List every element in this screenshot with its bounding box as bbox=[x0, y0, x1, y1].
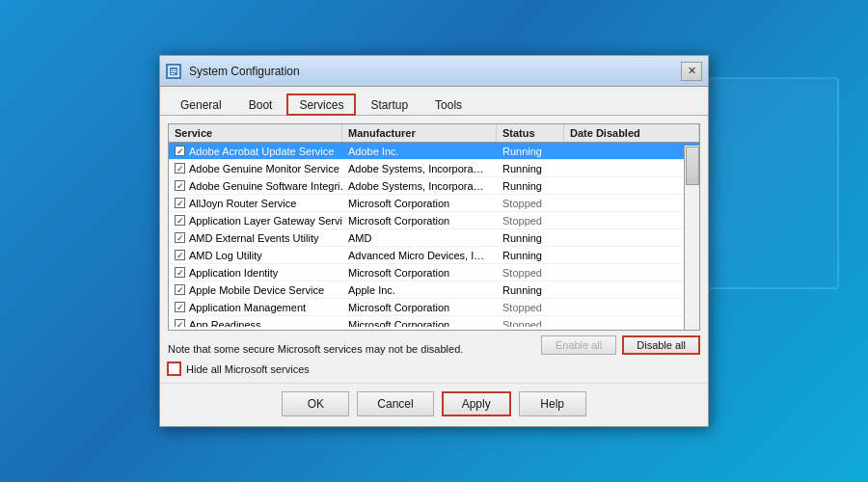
table-row[interactable]: ✓ Adobe Genuine Monitor Service Adobe Sy… bbox=[169, 160, 699, 177]
date-disabled-cell bbox=[564, 281, 699, 298]
service-name-cell: ✓ AllJoyn Router Service bbox=[169, 195, 342, 211]
status-cell: Stopped bbox=[497, 195, 564, 211]
table-row[interactable]: ✓ Apple Mobile Device Service Apple Inc.… bbox=[169, 281, 699, 299]
hide-ms-label: Hide all Microsoft services bbox=[186, 363, 310, 375]
service-checkbox[interactable]: ✓ bbox=[175, 319, 185, 327]
table-row[interactable]: ✓ Application Layer Gateway Service Micr… bbox=[169, 212, 699, 229]
table-row[interactable]: ✓ Adobe Genuine Software Integri… Adobe … bbox=[169, 177, 699, 195]
service-name: Adobe Genuine Monitor Service bbox=[189, 163, 339, 174]
service-name-cell: ✓ Apple Mobile Device Service bbox=[169, 281, 342, 298]
service-name: App Readiness bbox=[189, 319, 261, 328]
manufacturer-cell: Microsoft Corporation bbox=[342, 299, 497, 315]
date-disabled-cell bbox=[564, 195, 699, 211]
status-cell: Running bbox=[497, 143, 564, 159]
enable-all-button[interactable]: Enable all bbox=[541, 335, 616, 355]
date-disabled-cell bbox=[564, 143, 699, 159]
system-config-dialog: System Configuration ✕ General Boot Serv… bbox=[159, 55, 709, 427]
service-checkbox[interactable]: ✓ bbox=[175, 267, 185, 278]
service-checkbox[interactable]: ✓ bbox=[175, 146, 185, 156]
table-header: Service Manufacturer Status Date Disable… bbox=[169, 124, 699, 143]
tab-services[interactable]: Services bbox=[286, 94, 356, 116]
status-cell: Stopped bbox=[497, 316, 564, 327]
service-name-cell: ✓ Application Layer Gateway Service bbox=[169, 212, 342, 228]
dialog-icon bbox=[166, 64, 181, 79]
status-cell: Running bbox=[497, 247, 564, 263]
date-disabled-cell bbox=[564, 177, 699, 194]
table-row[interactable]: ✓ AMD Log Utility Advanced Micro Devices… bbox=[169, 247, 699, 264]
date-disabled-cell bbox=[564, 160, 699, 176]
services-table: Service Manufacturer Status Date Disable… bbox=[168, 123, 700, 331]
manufacturer-cell: Microsoft Corporation bbox=[342, 212, 497, 228]
scrollbar-thumb[interactable] bbox=[686, 147, 699, 185]
tabs-bar: General Boot Services Startup Tools bbox=[160, 87, 708, 116]
tab-general[interactable]: General bbox=[168, 94, 234, 116]
service-name: Apple Mobile Device Service bbox=[189, 284, 324, 296]
status-cell: Stopped bbox=[497, 264, 564, 281]
table-row[interactable]: ✓ AMD External Events Utility AMD Runnin… bbox=[169, 229, 699, 247]
date-disabled-cell bbox=[564, 316, 699, 327]
manufacturer-cell: Advanced Micro Devices, I… bbox=[342, 247, 497, 263]
dialog-footer: OK Cancel Apply Help bbox=[160, 383, 708, 426]
col-date-disabled: Date Disabled bbox=[564, 124, 699, 142]
title-bar: System Configuration ✕ bbox=[160, 56, 708, 87]
service-checkbox[interactable]: ✓ bbox=[175, 302, 185, 312]
hide-ms-row: Hide all Microsoft services bbox=[168, 362, 700, 375]
service-name: Adobe Genuine Software Integri… bbox=[189, 180, 342, 192]
service-name: AMD External Events Utility bbox=[189, 232, 318, 244]
table-row[interactable]: ✓ Application Identity Microsoft Corpora… bbox=[169, 264, 699, 281]
col-service: Service bbox=[169, 124, 342, 142]
service-name: AllJoyn Router Service bbox=[189, 198, 296, 209]
service-name-cell: ✓ Adobe Acrobat Update Service bbox=[169, 143, 342, 159]
status-cell: Stopped bbox=[497, 299, 564, 315]
manufacturer-cell: Adobe Inc. bbox=[342, 143, 497, 159]
hide-ms-checkbox[interactable] bbox=[168, 362, 180, 375]
manufacturer-cell: Microsoft Corporation bbox=[342, 316, 497, 327]
svg-rect-3 bbox=[171, 73, 175, 74]
help-button[interactable]: Help bbox=[519, 391, 586, 416]
manufacturer-cell: Adobe Systems, Incorpora… bbox=[342, 177, 497, 194]
status-cell: Running bbox=[497, 229, 564, 246]
apply-button[interactable]: Apply bbox=[442, 391, 511, 416]
service-checkbox[interactable]: ✓ bbox=[175, 215, 185, 226]
table-row[interactable]: ✓ Application Management Microsoft Corpo… bbox=[169, 299, 699, 316]
date-disabled-cell bbox=[564, 229, 699, 246]
close-button[interactable]: ✕ bbox=[681, 62, 702, 81]
service-name: Application Identity bbox=[189, 267, 278, 279]
dialog-content: Service Manufacturer Status Date Disable… bbox=[160, 116, 708, 383]
status-cell: Running bbox=[497, 160, 564, 176]
tab-startup[interactable]: Startup bbox=[358, 94, 420, 116]
service-name-cell: ✓ Adobe Genuine Software Integri… bbox=[169, 177, 342, 194]
disable-all-button[interactable]: Disable all bbox=[622, 335, 700, 355]
service-checkbox[interactable]: ✓ bbox=[175, 198, 185, 208]
status-cell: Running bbox=[497, 177, 564, 194]
manufacturer-cell: AMD bbox=[342, 229, 497, 246]
tab-boot[interactable]: Boot bbox=[236, 94, 285, 116]
svg-rect-2 bbox=[171, 71, 176, 72]
service-checkbox[interactable]: ✓ bbox=[175, 163, 185, 174]
table-row[interactable]: ✓ Adobe Acrobat Update Service Adobe Inc… bbox=[169, 143, 699, 160]
service-checkbox[interactable]: ✓ bbox=[175, 284, 185, 295]
manufacturer-cell: Apple Inc. bbox=[342, 281, 497, 298]
date-disabled-cell bbox=[564, 212, 699, 228]
service-checkbox[interactable]: ✓ bbox=[175, 250, 185, 260]
status-cell: Running bbox=[497, 281, 564, 298]
cancel-button[interactable]: Cancel bbox=[357, 391, 433, 416]
date-disabled-cell bbox=[564, 264, 699, 281]
col-manufacturer: Manufacturer bbox=[342, 124, 497, 142]
ok-button[interactable]: OK bbox=[282, 391, 349, 416]
enable-disable-row: Enable all Disable all bbox=[541, 335, 700, 355]
tab-tools[interactable]: Tools bbox=[422, 94, 475, 116]
service-checkbox[interactable]: ✓ bbox=[175, 180, 185, 191]
table-row[interactable]: ✓ AllJoyn Router Service Microsoft Corpo… bbox=[169, 195, 699, 212]
col-status: Status bbox=[497, 124, 564, 142]
table-body[interactable]: ✓ Adobe Acrobat Update Service Adobe Inc… bbox=[169, 143, 699, 327]
service-name-cell: ✓ AMD Log Utility bbox=[169, 247, 342, 263]
footer-note: Note that some secure Microsoft services… bbox=[168, 343, 463, 355]
manufacturer-cell: Microsoft Corporation bbox=[342, 264, 497, 281]
service-checkbox[interactable]: ✓ bbox=[175, 232, 185, 243]
table-row[interactable]: ✓ App Readiness Microsoft Corporation St… bbox=[169, 316, 699, 327]
date-disabled-cell bbox=[564, 247, 699, 263]
service-name: Application Management bbox=[189, 302, 306, 313]
scrollbar-track[interactable] bbox=[684, 146, 699, 330]
manufacturer-cell: Microsoft Corporation bbox=[342, 195, 497, 211]
